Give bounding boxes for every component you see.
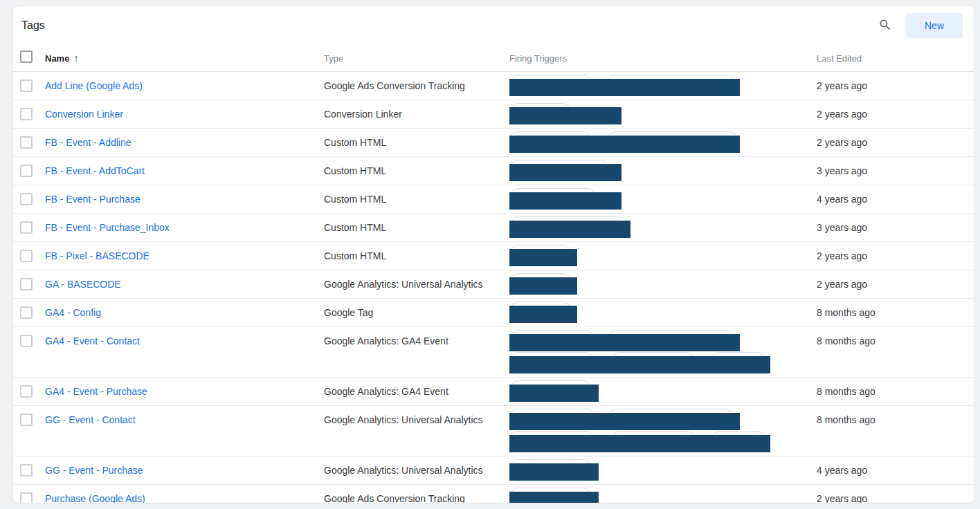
last-edited: 4 years ago [817, 456, 974, 484]
tag-name-link[interactable]: FB - Event - Addline [45, 137, 131, 148]
table-row: FB - Event - AddlineCustom HTML2 years a… [13, 129, 974, 157]
tag-name-cell: GA4 - Config [45, 299, 324, 326]
firing-triggers-cell [509, 157, 817, 185]
table-row: Purchase (Google Ads)Google Ads Conversi… [13, 485, 974, 503]
row-checkbox[interactable] [20, 414, 33, 426]
tag-name-cell: FB - Event - Purchase [45, 185, 324, 213]
tag-type: Custom HTML [324, 185, 509, 213]
trigger-line [509, 431, 817, 453]
column-header-last-edited: Last Edited [817, 53, 974, 64]
tag-name-link[interactable]: GA4 - Config [45, 307, 101, 318]
row-checkbox-cell [20, 185, 45, 208]
tag-name-link[interactable]: FB - Event - Purchase_Inbox [45, 222, 170, 233]
tag-name-link[interactable]: Purchase (Google Ads) [45, 493, 145, 503]
new-tag-button[interactable]: New [906, 13, 963, 38]
firing-triggers-cell [509, 100, 817, 128]
tag-name-cell: GG - Event - Purchase [45, 456, 324, 484]
row-checkbox[interactable] [20, 80, 33, 92]
firing-triggers-cell [509, 327, 817, 377]
redaction-bar [509, 463, 599, 481]
panel-header: Tags New [13, 6, 974, 45]
firing-triggers-cell [509, 406, 817, 456]
row-checkbox-cell [20, 456, 45, 479]
tags-panel: Tags New Name↑ Type Firing Triggers Last… [12, 6, 974, 503]
table-row: Conversion LinkerConversion Linker2 year… [13, 100, 974, 129]
row-checkbox-cell [20, 378, 45, 400]
column-header-name[interactable]: Name↑ [45, 53, 324, 64]
tag-type: Google Ads Conversion Tracking [324, 72, 509, 100]
tag-name-cell: GG - Event - Contact [45, 406, 324, 434]
table-row: Add Line (Google Ads)Google Ads Conversi… [13, 72, 974, 100]
last-edited: 2 years ago [817, 129, 974, 156]
table-row: FB - Event - AddToCartCustom HTML3 years… [13, 157, 974, 185]
trigger-line [509, 188, 817, 210]
sort-ascending-icon: ↑ [73, 53, 78, 64]
trigger-line [509, 352, 817, 374]
tag-type: Custom HTML [324, 242, 509, 270]
search-button[interactable] [873, 13, 898, 38]
column-header-type: Type [324, 53, 509, 64]
redaction-bar [509, 192, 621, 210]
redaction-bar [509, 249, 577, 266]
firing-triggers-cell [509, 270, 817, 298]
tag-name-link[interactable]: FB - Pixel - BASECODE [45, 250, 149, 261]
tag-name-cell: GA - BASECODE [45, 270, 324, 298]
row-checkbox[interactable] [20, 250, 33, 262]
tag-type: Google Analytics: Universal Analytics [324, 270, 509, 298]
trigger-line [509, 75, 817, 97]
last-edited: 8 months ago [817, 378, 974, 405]
firing-triggers-cell [509, 214, 817, 241]
redaction-bar [509, 435, 770, 452]
trigger-line [509, 216, 817, 239]
trigger-line [509, 330, 817, 352]
row-checkbox[interactable] [20, 464, 33, 476]
tag-name-link[interactable]: GG - Event - Purchase [45, 465, 143, 476]
last-edited: 8 months ago [817, 406, 974, 434]
tag-name-link[interactable]: GA4 - Event - Purchase [45, 386, 147, 397]
row-checkbox[interactable] [20, 221, 33, 234]
row-checkbox[interactable] [20, 306, 33, 319]
select-all-checkbox[interactable] [20, 50, 33, 63]
tag-name-link[interactable]: GG - Event - Contact [45, 414, 136, 425]
tag-type: Conversion Linker [324, 100, 509, 128]
row-checkbox[interactable] [20, 278, 33, 290]
tag-type: Google Analytics: GA4 Event [324, 327, 509, 355]
redaction-bar [509, 107, 621, 124]
row-checkbox-cell [20, 485, 45, 503]
last-edited: 2 years ago [817, 270, 974, 298]
row-checkbox[interactable] [20, 492, 33, 503]
table-row: GA4 - ConfigGoogle Tag8 months ago [13, 299, 974, 327]
tag-name-link[interactable]: Add Line (Google Ads) [45, 80, 143, 91]
tag-type: Google Analytics: Universal Analytics [324, 406, 509, 434]
row-checkbox-cell [20, 242, 45, 265]
tag-name-link[interactable]: FB - Event - AddToCart [45, 165, 145, 176]
last-edited: 4 years ago [817, 185, 974, 213]
row-checkbox-cell [20, 100, 45, 123]
trigger-line [509, 103, 817, 125]
redaction-bar [509, 356, 770, 373]
tag-name-link[interactable]: GA - BASECODE [45, 279, 121, 290]
tag-type: Google Tag [324, 299, 509, 326]
last-edited: 2 years ago [817, 242, 974, 270]
row-checkbox[interactable] [20, 136, 33, 149]
firing-triggers-cell [509, 72, 817, 100]
table-row: GA - BASECODEGoogle Analytics: Universal… [13, 270, 974, 299]
column-header-name-label: Name [45, 53, 69, 64]
row-checkbox[interactable] [20, 385, 33, 398]
redaction-bar [509, 385, 599, 402]
last-edited: 3 years ago [817, 157, 974, 185]
row-checkbox[interactable] [20, 108, 33, 120]
redaction-bar [509, 221, 630, 238]
tag-name-link[interactable]: Conversion Linker [45, 109, 123, 120]
tag-name-link[interactable]: FB - Event - Purchase [45, 194, 140, 205]
row-checkbox[interactable] [20, 193, 33, 205]
page-title: Tags [21, 19, 45, 32]
tag-type: Custom HTML [324, 157, 509, 185]
firing-triggers-cell [509, 378, 817, 405]
last-edited: 2 years ago [817, 72, 974, 100]
column-header-firing-triggers: Firing Triggers [509, 53, 817, 64]
tag-name-link[interactable]: GA4 - Event - Contact [45, 335, 140, 346]
table-row: FB - Event - Purchase_InboxCustom HTML3 … [13, 214, 974, 242]
row-checkbox[interactable] [20, 165, 33, 177]
row-checkbox[interactable] [20, 335, 33, 347]
